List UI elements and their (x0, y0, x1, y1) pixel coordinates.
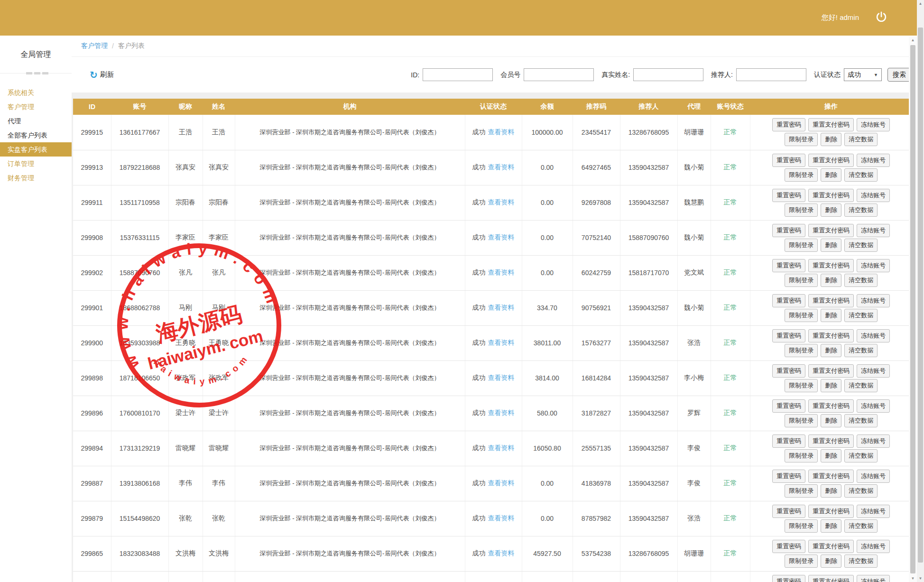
reset-pay-password-button[interactable]: 重置支付密码 (808, 505, 854, 518)
view-profile-link[interactable]: 查看资料 (488, 128, 515, 136)
restrict-login-button[interactable]: 限制登录 (785, 168, 818, 182)
id-filter-input[interactable] (423, 68, 493, 81)
reset-pay-password-button[interactable]: 重置支付密码 (808, 224, 854, 237)
sidebar-item-customer-management[interactable]: 客户管理 (0, 100, 72, 114)
freeze-account-button[interactable]: 冻结账号 (857, 505, 890, 518)
scroll-up-icon[interactable]: ▲ (909, 37, 917, 44)
reset-pay-password-button[interactable]: 重置支付密码 (808, 329, 854, 342)
restrict-login-button[interactable]: 限制登录 (785, 203, 818, 217)
member-no-filter-input[interactable] (524, 68, 594, 81)
reset-pay-password-button[interactable]: 重置支付密码 (808, 399, 854, 413)
delete-button[interactable]: 删除 (821, 449, 841, 462)
view-profile-link[interactable]: 查看资料 (488, 514, 515, 522)
sidebar-item-all-customer-list[interactable]: 全部客户列表 (0, 128, 72, 142)
freeze-account-button[interactable]: 冻结账号 (857, 189, 890, 202)
logout-button[interactable] (875, 11, 887, 25)
restrict-login-button[interactable]: 限制登录 (785, 239, 818, 252)
view-profile-link[interactable]: 查看资料 (488, 549, 515, 557)
clear-data-button[interactable]: 清空数据 (844, 449, 878, 462)
reset-password-button[interactable]: 重置密码 (772, 540, 805, 553)
clear-data-button[interactable]: 清空数据 (844, 274, 878, 287)
referrer-filter-input[interactable] (736, 68, 806, 81)
restrict-login-button[interactable]: 限制登录 (785, 414, 818, 427)
reset-pay-password-button[interactable]: 重置支付密码 (808, 294, 854, 307)
restrict-login-button[interactable]: 限制登录 (785, 519, 818, 533)
clear-data-button[interactable]: 清空数据 (844, 554, 878, 568)
delete-button[interactable]: 删除 (821, 133, 841, 146)
sidebar-item-order-management[interactable]: 订单管理 (0, 157, 72, 171)
sidebar-item-finance-management[interactable]: 财务管理 (0, 171, 72, 185)
view-profile-link[interactable]: 查看资料 (488, 374, 515, 381)
reset-password-button[interactable]: 重置密码 (772, 470, 805, 483)
clear-data-button[interactable]: 清空数据 (844, 309, 878, 322)
content-scrollbar-thumb[interactable] (910, 45, 915, 573)
freeze-account-button[interactable]: 冻结账号 (857, 399, 890, 413)
delete-button[interactable]: 删除 (821, 344, 841, 357)
content-scrollbar[interactable]: ▲ ▼ (909, 37, 917, 582)
clear-data-button[interactable]: 清空数据 (844, 484, 878, 498)
freeze-account-button[interactable]: 冻结账号 (857, 259, 890, 272)
restrict-login-button[interactable]: 限制登录 (785, 274, 818, 287)
restrict-login-button[interactable]: 限制登录 (785, 133, 818, 146)
restrict-login-button[interactable]: 限制登录 (785, 554, 818, 568)
delete-button[interactable]: 删除 (821, 168, 841, 182)
restrict-login-button[interactable]: 限制登录 (785, 309, 818, 322)
reset-password-button[interactable]: 重置密码 (772, 118, 805, 131)
reset-password-button[interactable]: 重置密码 (772, 434, 805, 448)
view-profile-link[interactable]: 查看资料 (488, 268, 515, 276)
reset-pay-password-button[interactable]: 重置支付密码 (808, 434, 854, 448)
view-profile-link[interactable]: 查看资料 (488, 233, 515, 241)
delete-button[interactable]: 删除 (821, 484, 841, 498)
delete-button[interactable]: 删除 (821, 274, 841, 287)
reset-password-button[interactable]: 重置密码 (772, 364, 805, 378)
page-scroll-down-icon[interactable]: ▼ (917, 575, 924, 582)
page-scrollbar-thumb[interactable] (918, 28, 923, 563)
reset-pay-password-button[interactable]: 重置支付密码 (808, 470, 854, 483)
delete-button[interactable]: 删除 (821, 309, 841, 322)
delete-button[interactable]: 删除 (821, 379, 841, 392)
reset-pay-password-button[interactable]: 重置支付密码 (808, 189, 854, 202)
reset-password-button[interactable]: 重置密码 (772, 329, 805, 342)
reset-pay-password-button[interactable]: 重置支付密码 (808, 364, 854, 378)
freeze-account-button[interactable]: 冻结账号 (857, 329, 890, 342)
reset-pay-password-button[interactable]: 重置支付密码 (808, 259, 854, 272)
freeze-account-button[interactable]: 冻结账号 (857, 154, 890, 167)
reset-password-button[interactable]: 重置密码 (772, 505, 805, 518)
page-scroll-up-icon[interactable]: ▲ (917, 0, 924, 7)
reset-pay-password-button[interactable]: 重置支付密码 (808, 154, 854, 167)
reset-pay-password-button[interactable]: 重置支付密码 (808, 575, 854, 582)
reset-password-button[interactable]: 重置密码 (772, 259, 805, 272)
restrict-login-button[interactable]: 限制登录 (785, 449, 818, 462)
view-profile-link[interactable]: 查看资料 (488, 444, 515, 452)
clear-data-button[interactable]: 清空数据 (844, 414, 878, 427)
view-profile-link[interactable]: 查看资料 (488, 304, 515, 311)
delete-button[interactable]: 删除 (821, 414, 841, 427)
reset-pay-password-button[interactable]: 重置支付密码 (808, 118, 854, 131)
restrict-login-button[interactable]: 限制登录 (785, 484, 818, 498)
freeze-account-button[interactable]: 冻结账号 (857, 294, 890, 307)
clear-data-button[interactable]: 清空数据 (844, 239, 878, 252)
clear-data-button[interactable]: 清空数据 (844, 344, 878, 357)
reset-password-button[interactable]: 重置密码 (772, 575, 805, 582)
search-button[interactable]: 搜索 (887, 68, 911, 82)
freeze-account-button[interactable]: 冻结账号 (857, 118, 890, 131)
scroll-down-icon[interactable]: ▼ (909, 575, 917, 582)
reset-password-button[interactable]: 重置密码 (772, 189, 805, 202)
freeze-account-button[interactable]: 冻结账号 (857, 575, 890, 582)
clear-data-button[interactable]: 清空数据 (844, 379, 878, 392)
delete-button[interactable]: 删除 (821, 203, 841, 217)
breadcrumb-parent-link[interactable]: 客户管理 (81, 42, 108, 50)
freeze-account-button[interactable]: 冻结账号 (857, 224, 890, 237)
view-profile-link[interactable]: 查看资料 (488, 339, 515, 346)
freeze-account-button[interactable]: 冻结账号 (857, 364, 890, 378)
clear-data-button[interactable]: 清空数据 (844, 168, 878, 182)
view-profile-link[interactable]: 查看资料 (488, 163, 515, 171)
clear-data-button[interactable]: 清空数据 (844, 203, 878, 217)
restrict-login-button[interactable]: 限制登录 (785, 344, 818, 357)
restrict-login-button[interactable]: 限制登录 (785, 379, 818, 392)
clear-data-button[interactable]: 清空数据 (844, 133, 878, 146)
freeze-account-button[interactable]: 冻结账号 (857, 540, 890, 553)
view-profile-link[interactable]: 查看资料 (488, 409, 515, 416)
view-profile-link[interactable]: 查看资料 (488, 198, 515, 206)
reset-password-button[interactable]: 重置密码 (772, 154, 805, 167)
